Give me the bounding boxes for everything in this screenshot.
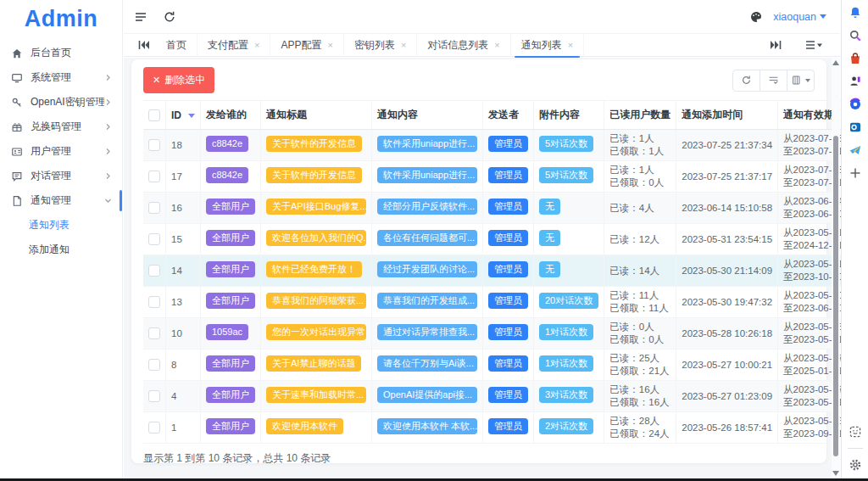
sidebar-item-1[interactable]: 系统管理 [0,65,122,90]
cell-id: 13 [166,287,201,318]
table-row[interactable]: 1全部用户欢迎使用本软件欢迎使用本软件 本软...管理员2对话次数已读：28人已… [143,412,868,444]
column-header-4[interactable]: 发送者 [483,101,534,130]
chevron-down-icon [104,197,112,204]
close-icon[interactable]: × [327,41,332,50]
page-scrollbar[interactable] [832,58,840,478]
row-checkbox[interactable] [148,139,160,151]
table-row[interactable]: 14全部用户软件已经免费开放！经过开发团队的讨论...管理员无已读：14人202… [143,255,868,287]
cell-content: 请各位千万别与Ai谈... [372,350,483,381]
table-row[interactable]: 4全部用户关于速率和加载时常...OpenAI提供的api接...管理员3对话次… [143,381,868,412]
column-header-6[interactable]: 已读用户数量 [604,101,676,130]
table-refresh-button[interactable] [732,70,760,92]
delete-selected-button[interactable]: ✕ 删除选中 [143,67,214,93]
content-badge: 欢迎使用本软件 本软... [377,418,477,434]
cell-title: 关于软件的开发信息 [261,130,372,161]
scroll-tabs-end-icon[interactable] [769,39,782,51]
read-count-line: 已领取：11人 [609,302,670,315]
close-icon[interactable]: × [494,41,499,50]
tab-3[interactable]: 密钥列表× [344,34,417,57]
recipient-badge: c8842e [206,167,248,183]
tab-1[interactable]: 支付配置× [198,34,270,57]
sender-badge: 管理员 [488,324,528,340]
tab-4[interactable]: 对话信息列表× [417,34,510,57]
cell-added-time: 2023-05-27 01:23:09 [676,381,778,412]
hamburger-icon[interactable] [134,10,147,24]
copilot-icon[interactable] [849,98,862,111]
cell-title: 您的一次对话出现异常 [261,318,372,350]
sort-caret-icon[interactable] [188,114,195,118]
toggle-view-button[interactable] [760,70,787,92]
tab-0[interactable]: 首页 [156,34,198,57]
sidebar-subitem-0[interactable]: 通知列表 [0,213,122,238]
column-header-1[interactable]: 发给谁的 [201,101,261,130]
sidebar-item-3[interactable]: 兑换码管理 [0,115,122,139]
sidebar-item-4[interactable]: 用户管理 [0,139,122,164]
bell-icon[interactable] [849,6,862,20]
theme-palette-icon[interactable] [749,10,763,24]
tab-label: 首页 [166,38,186,53]
column-header-3[interactable]: 通知内容 [372,101,483,130]
close-icon[interactable]: × [568,41,573,50]
shopping-icon[interactable] [849,52,862,65]
outlook-icon[interactable] [849,120,862,134]
table-row[interactable]: 13全部用户恭喜我们的阿猫荣获...恭喜我们的开发组成...管理员20对话次数已… [143,287,868,318]
row-checkbox[interactable] [148,233,160,245]
user-menu[interactable]: xiaoquan [773,11,826,23]
cell-attachment: 1对话次数 [534,318,604,350]
column-header-0[interactable]: ID [166,101,201,130]
scrollbar-thumb[interactable] [833,136,838,456]
row-checkbox[interactable] [148,171,160,182]
scrollbar-down-arrow[interactable] [832,471,839,476]
read-count-line: 已领取：21人 [609,365,670,378]
tab-2[interactable]: APP配置× [270,34,343,57]
columns-button[interactable] [787,70,815,92]
column-header-2[interactable]: 通知标题 [261,101,372,130]
select-all-checkbox[interactable] [148,109,160,121]
table-row[interactable]: 17c8842e关于软件的开发信息软件采用uniapp进行...管理员5对话次数… [143,161,868,193]
row-checkbox[interactable] [148,265,160,277]
table-body: 18c8842e关于软件的开发信息软件采用uniapp进行...管理员5对话次数… [143,130,868,444]
column-header-7[interactable]: 通知添加时间 [676,101,778,130]
row-checkbox[interactable] [148,327,160,339]
attachment-badge: 3对话次数 [539,387,593,403]
browser-sidebar [841,0,868,478]
row-checkbox[interactable] [148,202,160,214]
table-row[interactable]: 15全部用户欢迎各位加入我们的Q...各位有任何问题都可...管理员无已读：12… [143,224,868,255]
cell-content: OpenAI提供的api接... [372,381,483,412]
column-header-5[interactable]: 附件内容 [534,101,604,130]
settings-gear-icon[interactable] [849,458,862,472]
title-badge: 关于软件的开发信息 [266,167,362,183]
chevron-right-icon [104,123,112,131]
sidebar-item-6[interactable]: 通知管理 [0,188,122,213]
close-icon[interactable]: × [401,41,406,50]
row-checkbox[interactable] [148,390,160,402]
row-checkbox[interactable] [148,296,160,308]
sidebar-item-0[interactable]: 后台首页 [0,41,122,65]
refresh-icon[interactable] [163,10,176,24]
user-name: xiaoquan [773,11,816,23]
sidebar-item-2[interactable]: OpenAI密钥管理 [0,90,122,115]
cell-sender: 管理员 [483,318,534,350]
profile-icon[interactable] [849,75,862,88]
row-checkbox[interactable] [148,359,160,371]
table-row[interactable]: 18c8842e关于软件的开发信息软件采用uniapp进行...管理员5对话次数… [143,130,868,161]
sidebar-item-5[interactable]: 对话管理 [0,164,122,188]
close-icon[interactable]: × [254,41,259,50]
add-icon[interactable] [849,166,862,180]
cell-recipient: 全部用户 [201,381,261,412]
search-icon[interactable] [849,29,862,42]
table-row[interactable]: 16全部用户关于API接口Bug修复...经部分用户反馈软件...管理员无已读：… [143,193,868,224]
tab-label: 密钥列表 [354,38,395,53]
row-checkbox[interactable] [148,422,160,433]
sidebar-subitem-1[interactable]: 添加通知 [0,238,122,262]
scrollbar-up-arrow[interactable] [832,60,839,65]
cell-content: 各位有任何问题都可... [372,224,483,255]
telegram-icon[interactable] [849,143,862,157]
table-row[interactable]: 8全部用户关于AI禁止聊的话题请各位千万别与Ai谈...管理员1对话次数已读：2… [143,350,868,381]
web-capture-icon[interactable] [849,425,862,439]
tab-menu-icon[interactable] [804,39,823,51]
cell-recipient: 全部用户 [201,412,261,444]
scroll-tabs-start-icon[interactable] [137,39,151,51]
table-row[interactable]: 101059ac您的一次对话出现异常通过对话异常排查我...管理员1对话次数已读… [143,318,868,350]
tab-5[interactable]: 通知列表× [511,34,584,57]
